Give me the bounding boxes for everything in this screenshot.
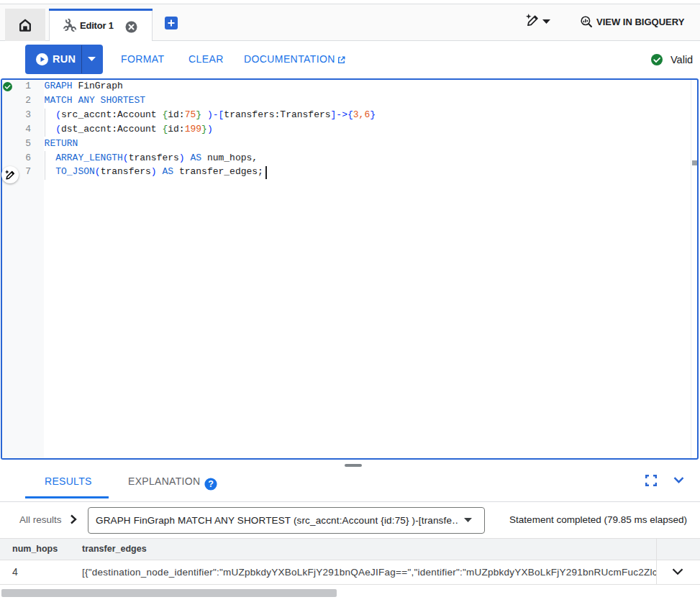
svg-text:?: ? [208,479,214,489]
